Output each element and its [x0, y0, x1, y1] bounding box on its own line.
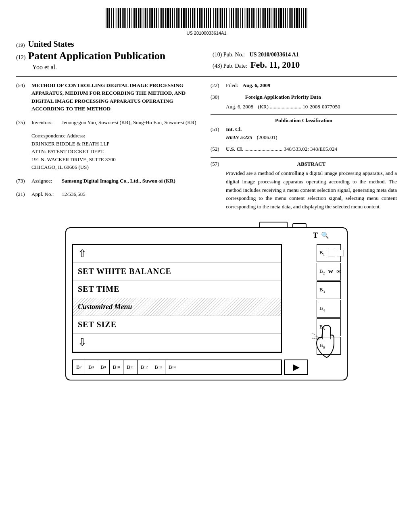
corr-num: [16, 132, 31, 171]
menu-item-set-time: SET TIME: [73, 281, 281, 298]
customized-label: Customized Menu: [78, 303, 132, 311]
left-column: (54) METHOD OF CONTROLLING DIGITAL IMAGE…: [16, 81, 202, 215]
appl-num: (21): [16, 190, 31, 198]
rb-B2-label: B2: [319, 268, 325, 275]
menu-item-white-balance: SET WHITE BALANCE: [73, 263, 281, 281]
menu-item-up-arrow: ⇧: [73, 245, 281, 263]
btn-B13: B13: [151, 360, 165, 374]
main-content: (54) METHOD OF CONTROLLING DIGITAL IMAGE…: [16, 81, 397, 215]
right-column: (22) Filed: Aug. 6, 2009 (30) Foreign Ap…: [211, 81, 397, 215]
us-cl-field: (52) U.S. Cl. ..........................…: [211, 145, 397, 153]
rb-B1-box2: [337, 250, 344, 256]
int-cl-content: Int. Cl. H04N 5/225 (2006.01): [226, 125, 277, 141]
filed-content: Filed: Aug. 6, 2009: [226, 81, 270, 89]
int-cl-num: (51): [211, 125, 226, 141]
camera-top-tabs: [259, 222, 307, 227]
camera-diagram: T 🔍 ⇧ SET WHITE BALANCE SET TIME: [65, 227, 348, 380]
rb-B4-label: B4: [319, 305, 325, 312]
title-field: (54) METHOD OF CONTROLLING DIGITAL IMAGE…: [16, 81, 202, 113]
foreign-label: Foreign Application Priority Data: [226, 93, 340, 101]
assignee-num: (73): [16, 177, 31, 185]
us-cl-dots: .............................: [244, 146, 284, 152]
rb-B1-label: B1: [319, 249, 325, 257]
btn-B8: B8: [85, 360, 97, 374]
up-arrow-icon: ⇧: [78, 247, 87, 260]
menu-item-set-size: SET SIZE: [73, 316, 281, 334]
abstract-num: (57): [211, 160, 226, 211]
page: US 20100033614A1 (19) United States (12)…: [0, 0, 413, 532]
abstract-label: ABSTRACT: [226, 160, 397, 168]
menu-item-customized: Customized Menu: [73, 298, 281, 316]
rb-B1: B1: [317, 244, 341, 262]
pub-date: Feb. 11, 2010: [250, 60, 300, 70]
us-cl-value: 348/333.02; 348/E05.024: [284, 146, 337, 152]
filed-num: (22): [211, 81, 226, 89]
barcode-section: US 20100033614A1: [16, 8, 397, 35]
appl-label: Appl. No.:: [31, 190, 62, 198]
btn-B11: B11: [123, 360, 137, 374]
inventors-num: (75): [16, 118, 31, 127]
pub-num-label: (10) Pub. No.:: [213, 52, 245, 58]
rb-B3-label: B3: [319, 287, 325, 294]
appl-field: (21) Appl. No.: 12/536,585: [16, 190, 202, 198]
svg-line-0: [313, 333, 319, 337]
barcode-number: US 20100033614A1: [16, 31, 397, 35]
filed-label: Filed:: [226, 82, 238, 88]
foreign-appl: 10-2008-0077050: [302, 104, 340, 110]
foreign-country: (KR): [258, 104, 269, 110]
abstract-text: Provided are a method of controlling a d…: [226, 169, 397, 211]
pub-date-label: (43) Pub. Date:: [213, 63, 247, 69]
set-time-label: SET TIME: [78, 285, 119, 294]
bottom-button-row: B7 B8 B9 B10 B11 B12 B13 B14: [72, 360, 282, 375]
abstract-divider: [211, 157, 397, 158]
inventors-label: Inventors:: [31, 118, 62, 127]
foreign-data: Aug. 6, 2008 (KR) ......................…: [226, 103, 340, 111]
us-cl-content: U.S. Cl. ............................. 3…: [226, 145, 337, 153]
country-name: United States: [28, 39, 74, 48]
us-cl-label: U.S. Cl.: [226, 146, 243, 152]
left-header: (19) United States (12) Patent Applicati…: [16, 39, 200, 71]
screen-container: ⇧ SET WHITE BALANCE SET TIME Customized …: [72, 244, 282, 353]
correspondence-block: Correspondence Address: DRINKER BIDDLE &…: [31, 132, 202, 171]
t-label: T: [313, 231, 318, 240]
pub-class-label: Publication Classification: [211, 117, 397, 124]
svg-line-1: [314, 336, 321, 338]
btn-B10: B10: [110, 360, 124, 374]
title-num: (54): [16, 81, 31, 113]
menu-item-down-arrow: ⇩: [73, 334, 281, 351]
country-label: (19) United States: [16, 39, 200, 49]
foreign-content: Foreign Application Priority Data Aug. 6…: [226, 93, 340, 110]
int-cl-class: H04N 5/225: [226, 134, 252, 140]
barcode-image: [106, 8, 307, 28]
applicant-name: Yoo et al.: [32, 64, 200, 71]
down-arrow-icon: ⇩: [78, 336, 87, 349]
btn-B12: B12: [138, 360, 152, 374]
corr-value: DRINKER BIDDLE & REATH LLP ATTN: PATENT …: [31, 140, 202, 171]
rb-B2-W: W: [328, 268, 333, 275]
foreign-field: (30) Foreign Application Priority Data A…: [211, 93, 397, 110]
inventors-value: Jeoung-gon Yoo, Suwon-si (KR); Sung-Ho E…: [62, 118, 202, 127]
patent-header: (19) United States (12) Patent Applicati…: [16, 39, 397, 71]
q-icon: 🔍: [321, 231, 329, 239]
set-size-label: SET SIZE: [78, 320, 117, 329]
btn-B7: B7: [73, 360, 85, 374]
cam-tab-1: [259, 222, 288, 227]
type-num: (12): [16, 54, 25, 61]
int-cl-label: Int. Cl.: [226, 126, 242, 132]
inventors-field: (75) Inventors: Jeoung-gon Yoo, Suwon-si…: [16, 118, 202, 127]
assignee-value: Samsung Digital Imaging Co., Ltd., Suwon…: [62, 177, 202, 185]
correspondence-field: Correspondence Address: DRINKER BIDDLE &…: [16, 132, 202, 171]
appl-value: 12/536,585: [62, 190, 202, 198]
filed-field: (22) Filed: Aug. 6, 2009: [211, 81, 397, 89]
rb-B3: B3: [317, 281, 341, 299]
pub-class-divider: [211, 114, 397, 115]
btn-B9: B9: [97, 360, 109, 374]
right-header: (10) Pub. No.: US 2010/0033614 A1 (43) P…: [213, 39, 397, 70]
rb-B2: B2 W ✉: [317, 263, 341, 281]
patent-type: Patent Application Publication: [28, 50, 165, 62]
pub-num: US 2010/0033614 A1: [250, 52, 299, 58]
hand-illustration: [311, 321, 343, 362]
cam-tab-2: [292, 223, 307, 227]
figure-area: T 🔍 ⇧ SET WHITE BALANCE SET TIME: [16, 227, 397, 380]
white-balance-label: SET WHITE BALANCE: [78, 267, 171, 276]
